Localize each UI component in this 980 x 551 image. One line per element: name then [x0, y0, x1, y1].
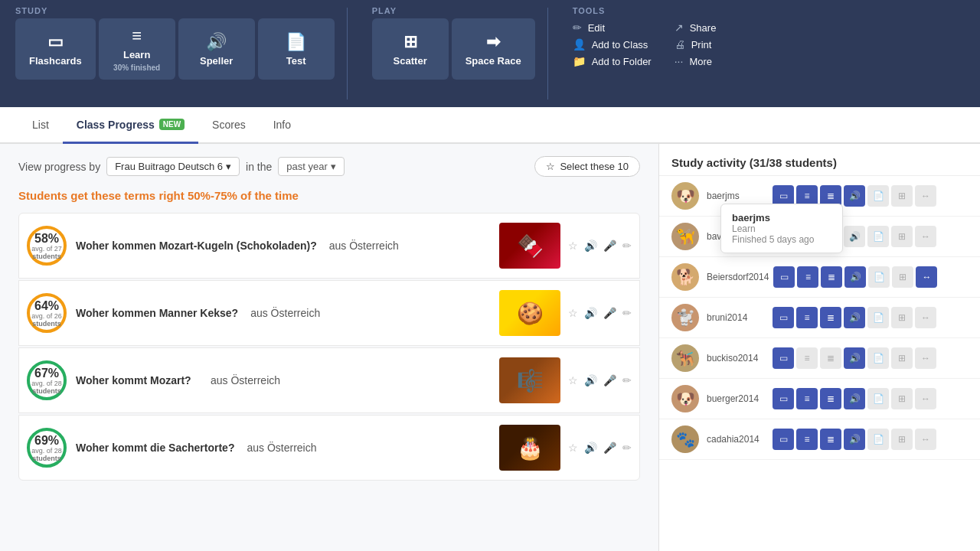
grid-icon-bavaro2014[interactable]: ⊞: [891, 226, 913, 247]
scatter-icon-buerger2014[interactable]: ↔: [915, 388, 936, 409]
tab-info[interactable]: Info: [260, 107, 305, 144]
audio-icon-buckiso2014[interactable]: 🔊: [844, 347, 865, 369]
doc-icon-buckiso2014[interactable]: 📄: [867, 347, 889, 369]
audio-icon-baerjms[interactable]: 🔊: [844, 185, 865, 207]
flashcard-icon-cadahia2014[interactable]: ▭: [773, 429, 794, 450]
right-panel: Study activity (31/38 students) 🐶 baerjm…: [658, 144, 980, 551]
scatter-icon-cadahia2014[interactable]: ↔: [915, 429, 936, 450]
print-icon: 🖨: [675, 38, 685, 51]
spell-icon-buckiso2014[interactable]: ≣: [820, 347, 841, 369]
add-to-folder-tool[interactable]: 📁 Add to Folder: [573, 55, 652, 67]
doc-icon-buerger2014[interactable]: 📄: [867, 388, 889, 409]
scatter-icon-bavaro2014[interactable]: ↔: [915, 226, 936, 247]
avg-sub-2: students: [32, 320, 61, 328]
edit-button-3[interactable]: ✏: [622, 374, 632, 386]
tab-list[interactable]: List: [18, 107, 63, 144]
space-race-button[interactable]: ➡ Space Race: [452, 18, 535, 80]
learn-icon-buckiso2014[interactable]: ≡: [796, 347, 818, 369]
flashcard-icon-buerger2014[interactable]: ▭: [773, 388, 794, 409]
grid-icon-buckiso2014[interactable]: ⊞: [891, 347, 913, 369]
select-these-10-button[interactable]: ☆ Select these 10: [534, 156, 640, 177]
chevron-down-icon: ▾: [226, 161, 231, 172]
audio-button-2[interactable]: 🔊: [584, 307, 597, 319]
star-button-3[interactable]: ☆: [568, 374, 578, 386]
print-tool[interactable]: 🖨 Print: [675, 38, 717, 51]
card-actions-2: ☆ 🔊 🎤 ✏: [568, 307, 632, 319]
tab-class-progress[interactable]: Class Progress NEW: [63, 107, 198, 144]
audio-button-1[interactable]: 🔊: [584, 240, 597, 252]
tabs-bar: List Class Progress NEW Scores Info: [0, 107, 980, 144]
grid-icon-cadahia2014[interactable]: ⊞: [891, 429, 913, 450]
mic-button-3[interactable]: 🎤: [603, 374, 616, 386]
grid-icon-buerger2014[interactable]: ⊞: [891, 388, 913, 409]
mic-button-2[interactable]: 🎤: [603, 307, 616, 319]
audio-icon-buerger2014[interactable]: 🔊: [844, 388, 865, 409]
tools-col-2: ↗ Share 🖨 Print ··· More: [675, 21, 717, 67]
scatter-button[interactable]: ⊞ Scatter: [372, 18, 449, 80]
grid-icon-bruni2014[interactable]: ⊞: [891, 307, 913, 328]
spell-icon-bruni2014[interactable]: ≣: [820, 307, 841, 328]
flashcard-icon-beiersdorf2014[interactable]: ▭: [773, 266, 795, 288]
grid-icon-beiersdorf2014[interactable]: ⊞: [892, 266, 913, 288]
doc-icon-bruni2014[interactable]: 📄: [867, 307, 889, 328]
spell-icon-beiersdorf2014[interactable]: ≣: [821, 266, 842, 288]
avatar-buckiso2014: 🐕‍🦺: [671, 344, 699, 372]
share-label: Share: [690, 22, 717, 34]
card-terms-4: Woher kommt die Sachertorte? aus Österre…: [76, 442, 492, 454]
tooltip-name: baerjms: [732, 212, 831, 223]
learn-icon-beiersdorf2014[interactable]: ≡: [797, 266, 818, 288]
left-panel: View progress by Frau Buitrago Deutsch 6…: [0, 144, 658, 551]
audio-button-4[interactable]: 🔊: [584, 442, 597, 454]
flashcard-icon-buckiso2014[interactable]: ▭: [773, 347, 794, 369]
doc-icon-baerjms[interactable]: 📄: [867, 185, 889, 207]
scatter-icon-baerjms[interactable]: ↔: [915, 185, 936, 207]
learn-icon-bruni2014[interactable]: ≡: [796, 307, 818, 328]
scatter-icon-buckiso2014[interactable]: ↔: [915, 347, 936, 369]
scatter-icon-bruni2014[interactable]: ↔: [915, 307, 936, 328]
doc-icon-beiersdorf2014[interactable]: 📄: [868, 266, 890, 288]
audio-icon-beiersdorf2014[interactable]: 🔊: [844, 266, 866, 288]
edit-tool[interactable]: ✏ Edit: [573, 21, 652, 34]
play-label: PLAY: [372, 0, 535, 18]
mic-button-1[interactable]: 🎤: [603, 240, 616, 252]
time-dropdown[interactable]: past year ▾: [278, 157, 344, 176]
speller-button[interactable]: 🔊 Speller: [178, 18, 255, 80]
flashcards-button[interactable]: ▭ Flashcards: [15, 18, 96, 80]
scatter-icon-beiersdorf2014[interactable]: ↔: [916, 266, 937, 288]
star-button-1[interactable]: ☆: [568, 240, 578, 252]
tooltip-status: Finished 5 days ago: [732, 234, 831, 245]
student-row-beiersdorf2014: 🐕 Beiersdorf2014 ▭ ≡ ≣ 🔊 📄 ⊞ ↔: [659, 257, 980, 298]
more-tool[interactable]: ··· More: [675, 55, 717, 67]
star-button-2[interactable]: ☆: [568, 307, 578, 319]
avg-label-2: avg. of 26: [31, 313, 62, 320]
term-2: Woher kommen Manner Kekse?: [76, 307, 238, 319]
audio-icon-bruni2014[interactable]: 🔊: [844, 307, 865, 328]
grid-icon-baerjms[interactable]: ⊞: [891, 185, 913, 207]
star-button-4[interactable]: ☆: [568, 442, 578, 454]
audio-icon-bavaro2014[interactable]: 🔊: [844, 226, 865, 247]
doc-icon-bavaro2014[interactable]: 📄: [867, 226, 889, 247]
audio-button-3[interactable]: 🔊: [584, 374, 597, 386]
spell-icon-cadahia2014[interactable]: ≣: [820, 429, 841, 450]
edit-button-1[interactable]: ✏: [622, 240, 632, 252]
card-actions-3: ☆ 🔊 🎤 ✏: [568, 374, 632, 386]
learn-icon-buerger2014[interactable]: ≡: [796, 388, 818, 409]
doc-icon-cadahia2014[interactable]: 📄: [867, 429, 889, 450]
tab-scores[interactable]: Scores: [198, 107, 260, 144]
avatar-icon-buerger2014: 🐶: [676, 390, 695, 408]
learn-icon-cadahia2014[interactable]: ≡: [796, 429, 818, 450]
edit-button-2[interactable]: ✏: [622, 307, 632, 319]
mic-button-4[interactable]: 🎤: [603, 442, 616, 454]
share-tool[interactable]: ↗ Share: [675, 21, 717, 34]
select-btn-label: Select these 10: [560, 161, 629, 172]
add-to-class-tool[interactable]: 👤 Add to Class: [573, 38, 652, 51]
table-row: 69% avg. of 28 students Woher kommt die …: [18, 415, 640, 481]
audio-icon-cadahia2014[interactable]: 🔊: [844, 429, 865, 450]
flashcard-icon-bruni2014[interactable]: ▭: [773, 307, 794, 328]
class-dropdown-value: Frau Buitrago Deutsch 6: [115, 161, 223, 172]
spell-icon-buerger2014[interactable]: ≣: [820, 388, 841, 409]
class-dropdown[interactable]: Frau Buitrago Deutsch 6 ▾: [106, 157, 240, 176]
learn-button[interactable]: ≡ Learn 30% finished: [99, 18, 175, 80]
test-button[interactable]: 📄 Test: [258, 18, 335, 80]
edit-button-4[interactable]: ✏: [622, 442, 632, 454]
